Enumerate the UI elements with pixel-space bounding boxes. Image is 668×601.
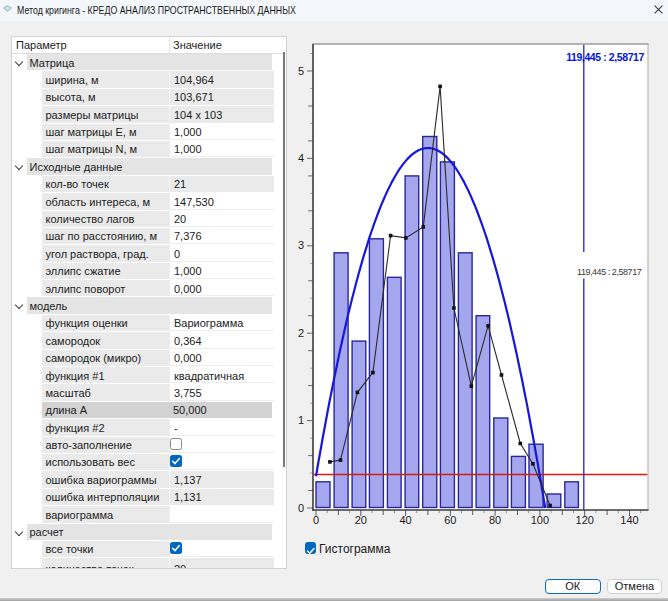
- svg-text:140: 140: [620, 514, 638, 526]
- svg-text:5: 5: [298, 65, 304, 77]
- svg-text:20: 20: [355, 514, 367, 526]
- svg-text:40: 40: [399, 514, 411, 526]
- svg-text:80: 80: [489, 514, 501, 526]
- svg-text:0: 0: [298, 502, 304, 514]
- svg-text:3: 3: [298, 239, 304, 251]
- svg-text:4: 4: [298, 152, 304, 164]
- svg-text:120: 120: [576, 514, 594, 526]
- svg-text:0: 0: [313, 514, 319, 526]
- svg-text:2: 2: [298, 327, 304, 339]
- svg-text:119,445 : 2,58717: 119,445 : 2,58717: [577, 267, 642, 277]
- svg-text:60: 60: [444, 514, 456, 526]
- svg-text:1: 1: [298, 414, 304, 426]
- svg-text:100: 100: [531, 514, 549, 526]
- svg-text:119,445 : 2,58717: 119,445 : 2,58717: [566, 51, 644, 63]
